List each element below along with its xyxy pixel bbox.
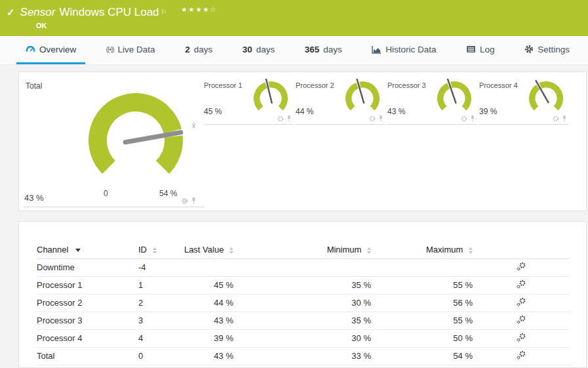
table-row: Total 0 43 % 33 % 54 % (37, 347, 570, 365)
tab-log[interactable]: Log (457, 36, 504, 64)
gear-icon[interactable] (553, 115, 559, 122)
cell-last-value: 39 % (174, 329, 233, 347)
column-label: Channel (37, 245, 68, 255)
tab-overview[interactable]: Overview (16, 36, 85, 64)
tab-label: Historic Data (385, 45, 436, 54)
processor-2-gauge-cell: Processor 2 44 % (296, 77, 385, 125)
gauge-cell-icons (461, 115, 475, 122)
cell-minimum: 35 % (233, 276, 371, 294)
priority-stars[interactable]: ★★★★☆ (182, 6, 218, 13)
column-header-channel[interactable]: Channel (37, 241, 138, 258)
tab-label: Log (480, 45, 495, 54)
table-row: Processor 3 3 43 % 35 % 55 % (37, 312, 570, 329)
column-header-id[interactable]: ID (138, 241, 174, 258)
cell-minimum: 35 % (233, 312, 371, 329)
channels-panel: Channel ID Last Value Minimum (18, 221, 587, 368)
sort-icon (367, 247, 371, 254)
tab-label: days (194, 45, 213, 54)
sort-icon (469, 247, 473, 254)
table-row: Downtime -4 (37, 258, 570, 276)
total-gauge (73, 78, 205, 199)
channel-settings-icon[interactable] (516, 333, 526, 342)
total-gauge-cell: Total 0 54 % x̄ 43 % (24, 76, 205, 207)
gauge-cell-icons (277, 115, 292, 122)
cell-minimum: 30 % (233, 294, 371, 312)
tab-settings[interactable]: Settings (515, 36, 579, 64)
cell-last-value: 43 % (174, 312, 233, 329)
tab-historic-data[interactable]: Historic Data (363, 36, 445, 64)
cell-maximum: 50 % (371, 329, 473, 347)
tab-label: days (256, 45, 275, 54)
processor-4-gauge-cell: Processor 4 39 % (479, 77, 568, 125)
column-header-maximum[interactable]: Maximum (371, 241, 473, 258)
table-row: Processor 4 4 39 % 30 % 50 % (37, 329, 570, 347)
pin-icon[interactable] (470, 115, 475, 122)
flag-icon[interactable]: ⚐ (161, 9, 167, 16)
pin-icon[interactable] (378, 115, 383, 122)
cell-last-value: 43 % (174, 347, 233, 365)
table-row: Processor 2 2 44 % 30 % 56 % (37, 294, 570, 312)
cell-maximum (371, 258, 473, 276)
channel-settings-icon[interactable] (516, 315, 526, 325)
cell-minimum: 30 % (233, 329, 371, 347)
gear-icon[interactable] (369, 115, 376, 122)
tab-live-data[interactable]: ((•)) Live Data (97, 36, 165, 64)
tab-label: Overview (39, 45, 76, 54)
cell-id: 3 (138, 312, 174, 329)
sensor-header: ✓ SensorWindows CPU Load⚐ ★★★★☆ OK (0, 0, 588, 36)
cell-id: 1 (138, 276, 174, 294)
channel-settings-icon[interactable] (516, 279, 526, 289)
gear-icon[interactable] (277, 115, 284, 122)
channel-settings-icon[interactable] (516, 262, 526, 272)
gauge-cell-icons (369, 115, 383, 122)
cell-id: 0 (138, 347, 174, 365)
tab-365-days[interactable]: 365 days (296, 36, 351, 64)
sort-desc-icon (75, 249, 81, 252)
gear-icon[interactable] (461, 115, 467, 122)
gauge-value: 43 % (387, 107, 405, 116)
tab-30-days[interactable]: 30 days (233, 36, 284, 64)
cell-minimum (233, 258, 371, 276)
table-header-row: Channel ID Last Value Minimum (37, 241, 570, 258)
cell-last-value (174, 258, 233, 276)
column-header-last-value[interactable]: Last Value (174, 241, 233, 258)
gauge-cell-icons (181, 197, 197, 205)
column-label: Last Value (184, 245, 224, 255)
gauge-value: 45 % (204, 107, 222, 116)
cell-id: 2 (138, 294, 174, 312)
tab-2-days[interactable]: 2 days (176, 36, 222, 64)
cell-maximum: 54 % (371, 347, 473, 365)
column-header-minimum[interactable]: Minimum (233, 241, 371, 258)
gauge-icon (26, 45, 35, 54)
cell-channel: Processor 4 (37, 329, 138, 347)
gauge-value: 44 % (296, 107, 313, 116)
pin-icon[interactable] (191, 197, 197, 205)
status-badge: OK (36, 22, 588, 30)
pin-icon[interactable] (562, 115, 567, 122)
gear-icon[interactable] (181, 197, 188, 205)
cell-last-value: 45 % (174, 276, 233, 294)
gauge-max-label: 54 % (159, 189, 177, 198)
title-prefix: Sensor (20, 6, 56, 18)
cell-last-value: 44 % (174, 294, 233, 312)
gear-icon (524, 45, 534, 54)
pin-icon[interactable] (286, 115, 292, 122)
channel-settings-icon[interactable] (516, 350, 526, 360)
channel-table: Channel ID Last Value Minimum (37, 241, 570, 365)
log-icon (466, 45, 476, 53)
channel-settings-icon[interactable] (516, 297, 526, 307)
average-marker: x̄ (192, 122, 195, 129)
tab-number: 365 (305, 45, 320, 54)
page-title: SensorWindows CPU Load⚐ (20, 5, 167, 20)
status-check-icon: ✓ (7, 7, 15, 18)
processor-1-gauge-cell: Processor 1 45 % (204, 77, 293, 125)
sensor-name: Windows CPU Load (59, 6, 159, 18)
cell-channel: Downtime (37, 258, 138, 276)
historic-data-icon (372, 45, 382, 54)
tab-label: Settings (538, 45, 570, 54)
sort-icon (153, 247, 157, 254)
cell-minimum: 33 % (233, 347, 371, 365)
processor-3-gauge-cell: Processor 3 43 % (387, 77, 477, 125)
live-data-icon: ((•)) (106, 46, 114, 53)
gauge-cell-icons (553, 115, 567, 122)
